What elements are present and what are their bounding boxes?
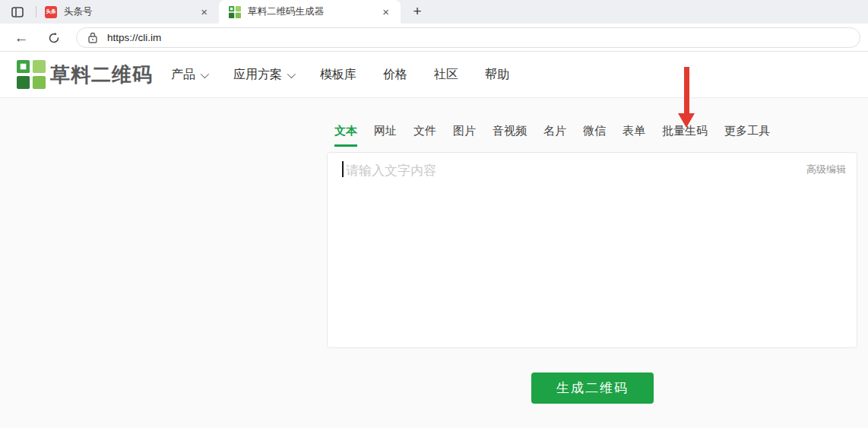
tab-wechat[interactable]: 微信 <box>583 124 606 147</box>
generate-qr-button[interactable]: 生成二维码 <box>531 373 654 404</box>
advanced-edit-link[interactable]: 高级编辑 <box>806 163 846 176</box>
browser-toolbar: ← https://cli.im <box>0 24 868 52</box>
tab-text[interactable]: 文本 <box>334 124 357 147</box>
browser-tab-cli[interactable]: 草料二维码生成器 × <box>219 0 401 24</box>
tab-vcard[interactable]: 名片 <box>543 124 566 147</box>
brand-title[interactable]: 草料二维码 <box>50 52 153 98</box>
site-header: 草料二维码 产品 应用方案 模板库 价格 社区 帮助 <box>0 52 868 98</box>
text-cursor <box>342 161 344 177</box>
generator-tab-bar: 文本 网址 文件 图片 音视频 名片 微信 表单 批量生码 更多工具 <box>334 124 770 147</box>
tab-media[interactable]: 音视频 <box>493 124 527 147</box>
nav-item-products[interactable]: 产品 <box>171 67 207 83</box>
tab-title: 草料二维码生成器 <box>248 5 380 18</box>
qr-logo-icon[interactable] <box>17 60 46 89</box>
toutiao-icon: 头条 <box>45 6 57 18</box>
nav-label: 产品 <box>171 67 195 83</box>
browser-tab-strip: 头条 头条号 × 草料二维码生成器 × + <box>0 0 868 24</box>
nav-item-templates[interactable]: 模板库 <box>320 67 356 83</box>
tab-image[interactable]: 图片 <box>453 124 476 147</box>
nav-label: 社区 <box>434 67 458 83</box>
tab-actions-icon <box>11 5 24 19</box>
annotation-arrow-icon <box>684 67 689 114</box>
close-icon[interactable]: × <box>198 5 210 18</box>
nav-item-solutions[interactable]: 应用方案 <box>233 67 293 83</box>
browser-tab-toutiao[interactable]: 头条 头条号 × <box>36 0 219 24</box>
url-text: https://cli.im <box>107 32 161 43</box>
qr-logo-icon <box>229 6 241 18</box>
tab-file[interactable]: 文件 <box>413 124 436 147</box>
nav-label: 应用方案 <box>233 67 282 83</box>
lock-icon <box>88 32 97 43</box>
tab-actions-button[interactable] <box>9 4 26 21</box>
close-icon[interactable]: × <box>380 5 391 18</box>
nav-item-pricing[interactable]: 价格 <box>383 67 407 83</box>
nav-label: 价格 <box>383 67 407 83</box>
tab-url[interactable]: 网址 <box>374 124 397 147</box>
chevron-down-icon <box>287 69 296 78</box>
nav-item-community[interactable]: 社区 <box>434 67 458 83</box>
main-nav: 产品 应用方案 模板库 价格 社区 帮助 <box>171 52 509 98</box>
input-placeholder: 请输入文字内容 <box>346 162 436 179</box>
new-tab-button[interactable]: + <box>407 2 427 21</box>
tab-more-tools[interactable]: 更多工具 <box>724 124 770 147</box>
refresh-icon <box>48 32 60 44</box>
nav-label: 帮助 <box>485 67 509 83</box>
annotation-arrowhead-icon <box>678 113 695 128</box>
address-bar[interactable]: https://cli.im <box>76 27 860 48</box>
tab-form[interactable]: 表单 <box>622 124 645 147</box>
refresh-button[interactable] <box>44 28 64 48</box>
nav-label: 模板库 <box>320 67 356 83</box>
chevron-down-icon <box>201 69 209 78</box>
text-input-area[interactable]: 请输入文字内容 高级编辑 <box>327 152 857 348</box>
back-button[interactable]: ← <box>11 28 31 48</box>
tab-title: 头条号 <box>64 5 198 18</box>
nav-item-help[interactable]: 帮助 <box>485 67 509 83</box>
